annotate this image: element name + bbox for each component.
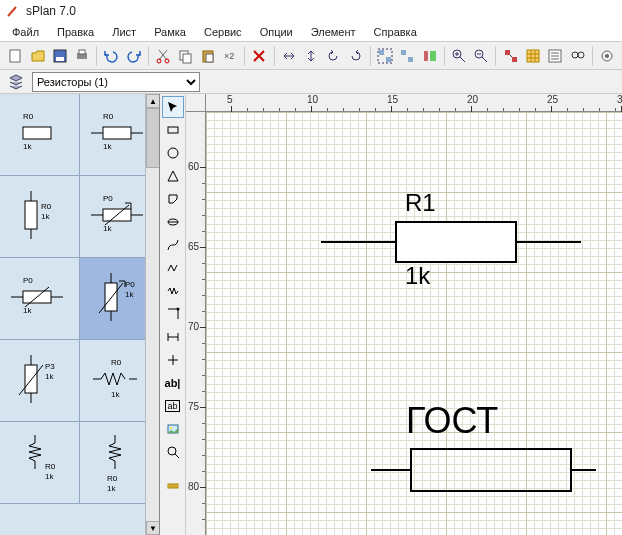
tool-zigzag-icon[interactable] xyxy=(162,280,184,302)
svg-rect-4 xyxy=(79,50,85,54)
menu-7[interactable]: Справка xyxy=(366,24,425,40)
svg-rect-82 xyxy=(396,222,516,262)
toolbar-ungroup-icon[interactable] xyxy=(396,44,418,68)
svg-point-76 xyxy=(176,308,179,311)
svg-point-78 xyxy=(170,427,172,429)
svg-text:1k: 1k xyxy=(103,224,112,233)
toolbar-list-icon[interactable] xyxy=(544,44,566,68)
palette-item-4[interactable]: P01k xyxy=(0,258,80,340)
toolbar-redo-icon[interactable] xyxy=(123,44,145,68)
resistor-r1[interactable]: R1 1k xyxy=(321,207,581,287)
library-dropdown[interactable]: Резисторы (1) xyxy=(32,72,200,92)
tool-poly-icon[interactable] xyxy=(162,188,184,210)
tool-cross-icon[interactable] xyxy=(162,349,184,371)
menu-1[interactable]: Правка xyxy=(49,24,102,40)
menu-2[interactable]: Лист xyxy=(104,24,144,40)
toolbar-rot-r-icon[interactable] xyxy=(345,44,367,68)
toolbar-del-icon[interactable] xyxy=(248,44,270,68)
component-label: ГОСТ xyxy=(406,400,498,442)
scroll-up-arrow[interactable]: ▲ xyxy=(146,94,160,108)
palette-item-2[interactable]: R01k xyxy=(0,176,80,258)
menu-6[interactable]: Элемент xyxy=(303,24,364,40)
component-value: 1k xyxy=(405,262,430,290)
svg-point-24 xyxy=(572,52,578,58)
svg-rect-85 xyxy=(411,449,571,491)
tool-polyline-icon[interactable] xyxy=(162,257,184,279)
ruler-horizontal: 51015202530 xyxy=(206,94,622,112)
svg-text:1k: 1k xyxy=(41,212,50,221)
tool-magnify-icon[interactable] xyxy=(162,441,184,463)
tool-measure-icon[interactable] xyxy=(162,475,184,497)
scroll-down-arrow[interactable]: ▼ xyxy=(146,521,160,535)
tool-ellipse-icon[interactable] xyxy=(162,211,184,233)
toolbar-rot-l-icon[interactable] xyxy=(322,44,344,68)
canvas[interactable]: R1 1k ГОСТ xyxy=(206,112,622,535)
toolbar-copy-icon[interactable] xyxy=(174,44,196,68)
component-palette[interactable]: R01kR01kR01kP01kP01kP01kP31kR01kR01kR01k… xyxy=(0,94,160,535)
toolbar-group-icon[interactable] xyxy=(374,44,396,68)
toolbar-cut-icon[interactable] xyxy=(152,44,174,68)
toolbar-align-icon[interactable] xyxy=(418,44,440,68)
toolbar-zoom-out-icon[interactable] xyxy=(470,44,492,68)
tool-circle-icon[interactable] xyxy=(162,142,184,164)
svg-rect-0 xyxy=(10,50,20,62)
svg-text:P0: P0 xyxy=(125,280,135,289)
component-ref: R1 xyxy=(405,189,436,217)
svg-text:1k: 1k xyxy=(45,472,54,481)
palette-item-8[interactable]: R01k xyxy=(0,422,80,504)
tool-triangle-icon[interactable] xyxy=(162,165,184,187)
tool-node-icon[interactable] xyxy=(162,303,184,325)
svg-rect-16 xyxy=(424,51,428,61)
toolbar-new-icon[interactable] xyxy=(4,44,26,68)
toolbar-flip-v-icon[interactable] xyxy=(300,44,322,68)
palette-scrollbar[interactable]: ▲ ▼ xyxy=(145,94,159,535)
menu-5[interactable]: Опции xyxy=(252,24,301,40)
toolbar-dup-icon[interactable]: ×2 xyxy=(219,44,241,68)
app-title: sPlan 7.0 xyxy=(26,4,76,18)
tool-pointer-icon[interactable] xyxy=(162,96,184,118)
toolbar-open-icon[interactable] xyxy=(26,44,48,68)
toolbar-undo-icon[interactable] xyxy=(100,44,122,68)
toolbar-settings-icon[interactable] xyxy=(596,44,618,68)
drawing-tools: ab|ab xyxy=(160,94,186,535)
toolbar-print-icon[interactable] xyxy=(71,44,93,68)
library-bar: Резисторы (1) xyxy=(0,70,622,94)
main-toolbar: ×2 xyxy=(0,42,622,70)
svg-rect-10 xyxy=(206,54,213,62)
tool-image-icon[interactable] xyxy=(162,418,184,440)
resistor-gost[interactable]: ГОСТ xyxy=(371,402,622,512)
toolbar-link-icon[interactable] xyxy=(499,44,521,68)
svg-point-74 xyxy=(168,148,178,158)
toolbar-flip-h-icon[interactable] xyxy=(277,44,299,68)
library-icon[interactable] xyxy=(4,70,28,94)
toolbar-paste-icon[interactable] xyxy=(197,44,219,68)
tool-bezier-icon[interactable] xyxy=(162,234,184,256)
svg-rect-21 xyxy=(512,57,517,62)
menubar: ФайлПравкаЛистРамкаСервисОпцииЭлементСпр… xyxy=(0,22,622,42)
toolbar-find-icon[interactable] xyxy=(566,44,588,68)
palette-item-0[interactable]: R01k xyxy=(0,94,80,176)
svg-point-27 xyxy=(605,54,609,58)
menu-0[interactable]: Файл xyxy=(4,24,47,40)
menu-4[interactable]: Сервис xyxy=(196,24,250,40)
ruler-vertical: 6065707580 xyxy=(186,112,206,535)
svg-text:R0: R0 xyxy=(23,112,34,121)
tool-dim-icon[interactable] xyxy=(162,326,184,348)
canvas-area: 51015202530 6065707580 R1 1k ГОСТ xyxy=(186,94,622,535)
svg-text:R0: R0 xyxy=(45,462,56,471)
svg-text:1k: 1k xyxy=(23,142,32,151)
toolbar-save-icon[interactable] xyxy=(49,44,71,68)
tool-rect-icon[interactable] xyxy=(162,119,184,141)
tool-text-box-icon[interactable]: ab xyxy=(162,395,184,417)
svg-rect-54 xyxy=(105,283,117,311)
svg-text:R0: R0 xyxy=(111,358,122,367)
toolbar-zoom-in-icon[interactable] xyxy=(448,44,470,68)
menu-3[interactable]: Рамка xyxy=(146,24,194,40)
svg-rect-34 xyxy=(103,127,131,139)
tool-text-a-icon[interactable]: ab| xyxy=(162,372,184,394)
toolbar-grid-icon[interactable] xyxy=(522,44,544,68)
tool-spacer-icon xyxy=(162,464,184,474)
scroll-thumb[interactable] xyxy=(146,108,160,168)
palette-item-6[interactable]: P31k xyxy=(0,340,80,422)
svg-rect-15 xyxy=(408,57,413,62)
